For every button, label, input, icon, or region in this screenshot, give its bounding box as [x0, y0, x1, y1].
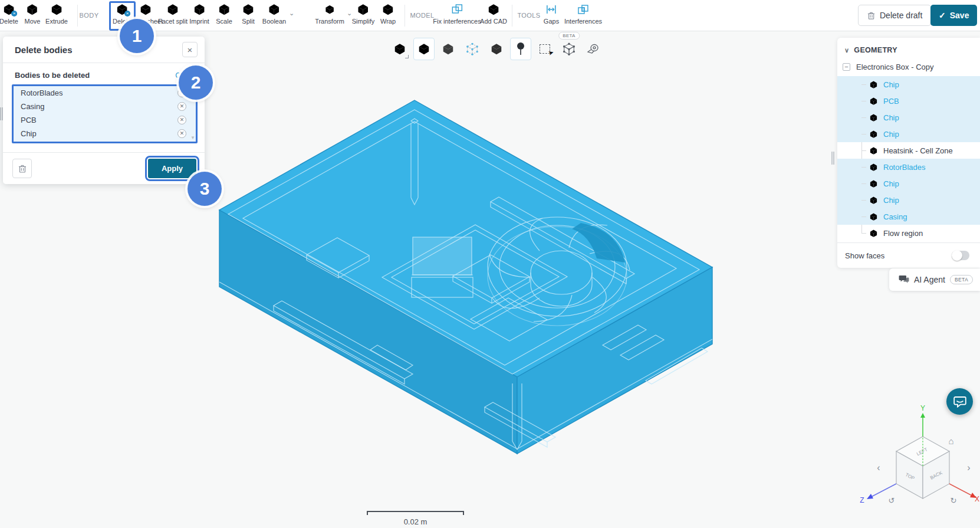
- toolbar-move[interactable]: Move: [25, 2, 41, 25]
- bodies-listbox[interactable]: RotorBlades ✕ Casing ✕ PCB ✕ Chip ✕ ▼: [12, 84, 198, 143]
- rotate-right-chevron-icon[interactable]: ›: [967, 463, 970, 473]
- remove-item-icon[interactable]: ✕: [177, 129, 186, 138]
- dialog-subheader: Bodies to be deleted Clear: [3, 63, 205, 84]
- select-faces-button[interactable]: [438, 38, 459, 60]
- toolbar-separator: [405, 5, 405, 27]
- tree-item-chip[interactable]: Chip: [837, 76, 980, 93]
- tree-item-heatsink[interactable]: Heatsink - Cell Zone: [837, 142, 980, 159]
- 3d-viewport[interactable]: LEFT TOP BACK Y Z X ⌂ ‹ › ↺ ↻: [0, 31, 980, 528]
- list-item[interactable]: PCB ✕: [14, 113, 196, 127]
- toolbar-boolean[interactable]: Boolean: [262, 2, 286, 25]
- toolbar-delete-geometry[interactable]: × Delete: [0, 2, 18, 25]
- cube-facet-split-icon: [165, 2, 180, 17]
- tape-measure-icon: [586, 42, 600, 55]
- close-icon[interactable]: ×: [182, 42, 198, 57]
- annotation-step-3: 3: [188, 172, 222, 206]
- toolbar-section-tools: TOOLS: [517, 12, 540, 19]
- remove-item-icon[interactable]: ✕: [177, 102, 186, 111]
- tree-item-chip[interactable]: Chip: [837, 175, 980, 192]
- support-chat-button[interactable]: [946, 388, 973, 415]
- rotate-left-chevron-icon[interactable]: ‹: [877, 463, 880, 473]
- toolbar-fix-interferences[interactable]: Fix interferences: [433, 2, 481, 25]
- scale-bar-line: [367, 511, 464, 515]
- tree-item-rotorblades[interactable]: RotorBlades: [837, 159, 980, 175]
- beta-badge: BETA: [558, 32, 580, 40]
- geometry-header[interactable]: ∨ GEOMETRY: [837, 38, 980, 58]
- bodies-to-delete-label: Bodies to be deleted: [15, 71, 90, 80]
- toolbar-scale[interactable]: Scale: [216, 2, 232, 25]
- toolbar-separator: [77, 5, 78, 27]
- cube-wrap-icon: [380, 2, 396, 17]
- scale-bar-label: 0.02 m: [367, 517, 464, 526]
- collapse-icon[interactable]: −: [843, 63, 850, 71]
- trash-icon: [867, 11, 876, 20]
- list-item[interactable]: Casing ✕: [14, 100, 196, 113]
- render-mode-button[interactable]: [389, 38, 410, 60]
- toolbar-extrude[interactable]: Extrude: [45, 2, 68, 25]
- dialog-footer: Apply: [3, 152, 205, 184]
- select-bodies-button[interactable]: [413, 38, 435, 60]
- list-item[interactable]: RotorBlades ✕: [14, 86, 196, 100]
- cube-delete-icon: ×: [114, 2, 130, 17]
- save-button[interactable]: ✓ Save: [930, 5, 977, 26]
- box-select-button[interactable]: ➤: [534, 38, 555, 60]
- select-edges-button[interactable]: [486, 38, 507, 60]
- simscale-cad-editor: { "colors": { "annotation_blue": "#4b80d…: [0, 0, 980, 528]
- show-faces-label: Show faces: [845, 251, 884, 260]
- cube-split-icon: [241, 2, 256, 17]
- toolbar-wrap[interactable]: Wrap: [380, 2, 396, 25]
- overlapping-squares-icon: [449, 2, 465, 17]
- ai-agent-button[interactable]: AI Agent BETA: [889, 268, 980, 291]
- dialog-title: Delete bodies: [15, 45, 73, 55]
- toolbar-section-body: BODY: [80, 12, 99, 19]
- toolbar-split[interactable]: Split: [241, 2, 256, 25]
- toolbar-transform[interactable]: Transform: [315, 2, 344, 25]
- cursor-icon: ➤: [547, 48, 554, 57]
- remove-item-icon[interactable]: ✕: [177, 116, 186, 124]
- show-faces-toggle[interactable]: [952, 251, 969, 260]
- nav-cube[interactable]: LEFT TOP BACK Y Z X ⌂ ‹ › ↺ ↻: [860, 404, 979, 505]
- select-vertices-button[interactable]: [462, 38, 483, 60]
- tree-item-chip[interactable]: Chip: [837, 126, 980, 142]
- selection-mode-toolbar: ➤ BETA: [389, 38, 604, 60]
- axis-y-label: Y: [920, 404, 925, 412]
- gaps-icon: [544, 2, 559, 17]
- cube-simplify-icon: [356, 2, 371, 17]
- rotate-ccw-icon[interactable]: ↺: [889, 496, 895, 505]
- scale-bar: 0.02 m: [367, 508, 464, 526]
- panel-drag-handle[interactable]: [831, 152, 834, 165]
- home-view-icon[interactable]: ⌂: [948, 436, 953, 446]
- tree-item-chip[interactable]: Chip: [837, 192, 980, 208]
- dashed-selection-icon: ➤: [540, 44, 550, 54]
- cube-scale-icon: [216, 2, 232, 17]
- overlapping-squares-icon: [575, 2, 591, 17]
- axis-z-label: Z: [860, 496, 864, 504]
- geometry-tree: Chip PCB Chip Chip Heatsink - Cell Zone …: [837, 76, 980, 241]
- toolbar-gaps[interactable]: Gaps: [544, 2, 559, 25]
- annotation-step-2: 2: [179, 65, 213, 100]
- tree-item-casing[interactable]: Casing: [837, 208, 980, 225]
- tree-item-chip[interactable]: Chip: [837, 109, 980, 126]
- tree-item-flow-region[interactable]: Flow region: [837, 225, 980, 241]
- toolbar-facet-split[interactable]: Facet split: [158, 2, 188, 25]
- delete-operation-button[interactable]: [12, 159, 32, 178]
- trash-icon: [18, 164, 27, 173]
- geometry-root-item[interactable]: − Electronics Box - Copy: [837, 58, 980, 76]
- apply-button[interactable]: Apply: [148, 159, 196, 178]
- cube-boolean-icon: [267, 2, 282, 17]
- chevron-down-icon[interactable]: ⌄: [289, 9, 294, 17]
- delete-draft-button[interactable]: Delete draft: [858, 5, 931, 26]
- mesh-clip-button[interactable]: BETA: [558, 38, 580, 60]
- probe-point-button[interactable]: [510, 38, 531, 60]
- tree-item-pcb[interactable]: PCB: [837, 93, 980, 109]
- toolbar-simplify[interactable]: Simplify: [352, 2, 375, 25]
- cube-add-cad-icon: [486, 2, 501, 17]
- toolbar-add-cad[interactable]: Add CAD: [480, 2, 507, 25]
- toolbar-interferences[interactable]: Interferences: [564, 2, 602, 25]
- scroll-down-icon[interactable]: ▼: [190, 135, 195, 140]
- list-item[interactable]: Chip ✕: [14, 127, 196, 140]
- delete-bodies-dialog: Delete bodies × Bodies to be deleted Cle…: [3, 37, 205, 184]
- measure-tool-button[interactable]: [583, 38, 604, 60]
- toolbar-imprint[interactable]: Imprint: [189, 2, 209, 25]
- rotate-cw-icon[interactable]: ↻: [951, 496, 957, 505]
